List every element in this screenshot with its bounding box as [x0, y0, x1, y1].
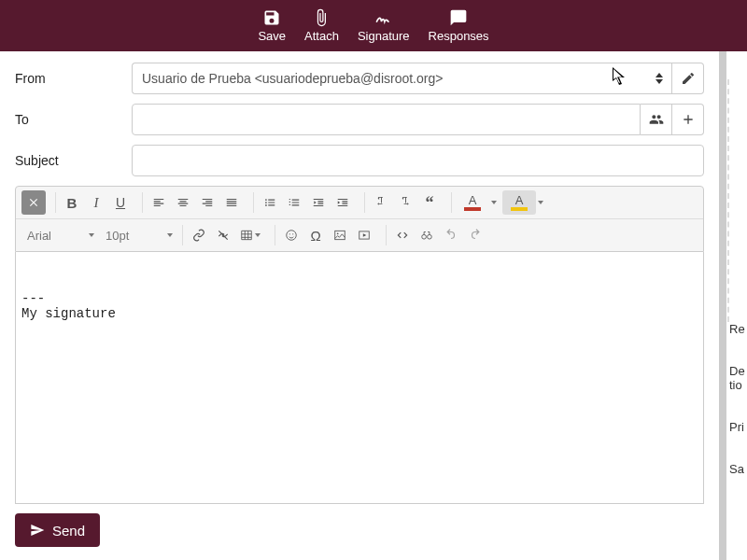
rtl-button[interactable] — [393, 190, 417, 215]
align-center-button[interactable] — [171, 190, 195, 215]
from-select[interactable]: Usuario de Prueba <usuariodeprueba@disro… — [132, 63, 646, 94]
chevron-down-icon — [255, 233, 261, 237]
subject-input[interactable] — [132, 145, 704, 176]
image-button[interactable] — [328, 223, 352, 247]
add-contact-button[interactable] — [641, 104, 672, 135]
font-size-select[interactable]: 10pt — [100, 223, 178, 247]
responses-button[interactable]: Responses — [429, 8, 489, 43]
table-button[interactable] — [235, 223, 265, 247]
link-button[interactable] — [187, 223, 211, 247]
align-center-icon — [176, 196, 190, 209]
svg-point-1 — [265, 202, 267, 203]
text-color-button[interactable]: A — [456, 190, 489, 215]
svg-point-4 — [289, 233, 290, 234]
x-icon — [27, 196, 40, 209]
message-body[interactable]: --- My signature — [15, 252, 704, 504]
svg-point-3 — [287, 231, 297, 241]
attach-button[interactable]: Attach — [304, 8, 339, 43]
special-char-button[interactable]: Ω — [303, 223, 328, 247]
save-button[interactable]: Save — [258, 8, 286, 43]
side-panel-item[interactable]: De — [727, 364, 747, 378]
add-recipient-button[interactable] — [672, 104, 704, 135]
media-button[interactable] — [352, 223, 376, 247]
send-label: Send — [52, 523, 85, 539]
from-select-toggle[interactable] — [646, 63, 672, 94]
indent-button[interactable] — [331, 190, 355, 215]
editor-toolbar: B I U — [15, 186, 704, 252]
side-panel-item: tio — [727, 378, 747, 420]
unlink-button[interactable] — [211, 223, 235, 247]
signature-label: Signature — [358, 29, 410, 43]
side-panel-item[interactable]: Re — [727, 322, 747, 364]
align-left-button[interactable] — [147, 190, 171, 215]
link-icon — [192, 229, 205, 242]
svg-point-2 — [265, 204, 267, 206]
unlink-icon — [217, 229, 230, 242]
image-icon — [333, 229, 346, 242]
source-code-button[interactable] — [390, 223, 415, 247]
numbered-list-button[interactable] — [282, 190, 306, 215]
bullet-list-icon — [263, 196, 276, 209]
pencil-icon — [681, 71, 696, 86]
ltr-button[interactable] — [369, 190, 393, 215]
underline-button[interactable]: U — [108, 190, 133, 215]
italic-button[interactable]: I — [84, 190, 108, 215]
signature-icon — [374, 8, 393, 27]
edit-identity-button[interactable] — [672, 63, 704, 94]
to-input[interactable] — [132, 104, 641, 135]
top-toolbar: Save Attach Signature Responses — [0, 0, 747, 51]
emoji-button[interactable] — [279, 223, 303, 247]
svg-point-0 — [265, 199, 267, 201]
undo-button[interactable] — [439, 223, 463, 247]
to-label: To — [15, 112, 132, 127]
svg-point-5 — [292, 233, 293, 234]
chevron-up-icon — [655, 73, 663, 77]
redo-icon — [469, 229, 482, 242]
bold-button[interactable]: B — [60, 190, 84, 215]
smile-icon — [285, 229, 298, 242]
align-left-icon — [152, 196, 165, 209]
paperclip-icon — [312, 8, 331, 27]
font-family-select[interactable]: Arial — [21, 223, 100, 247]
side-panel-item[interactable]: Sa — [727, 462, 747, 504]
align-right-icon — [201, 196, 214, 209]
svg-point-7 — [337, 232, 339, 234]
subject-label: Subject — [15, 153, 132, 168]
paper-plane-icon — [30, 523, 45, 538]
svg-point-10 — [428, 234, 432, 239]
blockquote-button[interactable]: “ — [417, 190, 442, 215]
scrollbar[interactable] — [719, 51, 726, 560]
compose-pane: From Usuario de Prueba <usuariodeprueba@… — [0, 51, 719, 560]
align-right-button[interactable] — [195, 190, 219, 215]
remove-format-button[interactable] — [21, 190, 46, 215]
contacts-icon — [649, 112, 664, 127]
binoculars-icon — [420, 229, 433, 242]
bg-color-button[interactable]: A — [502, 190, 536, 215]
save-label: Save — [258, 29, 286, 43]
rtl-icon — [399, 196, 412, 209]
plus-icon — [681, 112, 696, 127]
side-panel-item[interactable]: Pri — [727, 420, 747, 462]
send-button[interactable]: Send — [15, 513, 100, 547]
bullet-list-button[interactable] — [258, 190, 282, 215]
align-justify-icon — [225, 196, 238, 209]
signature-button[interactable]: Signature — [358, 8, 410, 43]
redo-button[interactable] — [463, 223, 487, 247]
attach-label: Attach — [304, 29, 339, 43]
chevron-down-icon — [655, 79, 663, 84]
chevron-down-icon — [89, 233, 94, 237]
from-label: From — [15, 71, 132, 86]
media-icon — [358, 229, 371, 242]
ltr-icon — [374, 196, 388, 209]
responses-label: Responses — [429, 29, 489, 43]
save-icon — [262, 8, 281, 27]
chevron-down-icon[interactable] — [538, 201, 543, 204]
outdent-button[interactable] — [306, 190, 331, 215]
svg-point-9 — [422, 234, 427, 239]
side-panel: Re De tio Pri Sa — [726, 51, 747, 560]
find-replace-button[interactable] — [415, 223, 439, 247]
align-justify-button[interactable] — [219, 190, 244, 215]
chevron-down-icon[interactable] — [491, 201, 497, 204]
speech-bubble-icon — [449, 8, 468, 27]
outdent-icon — [312, 196, 325, 209]
